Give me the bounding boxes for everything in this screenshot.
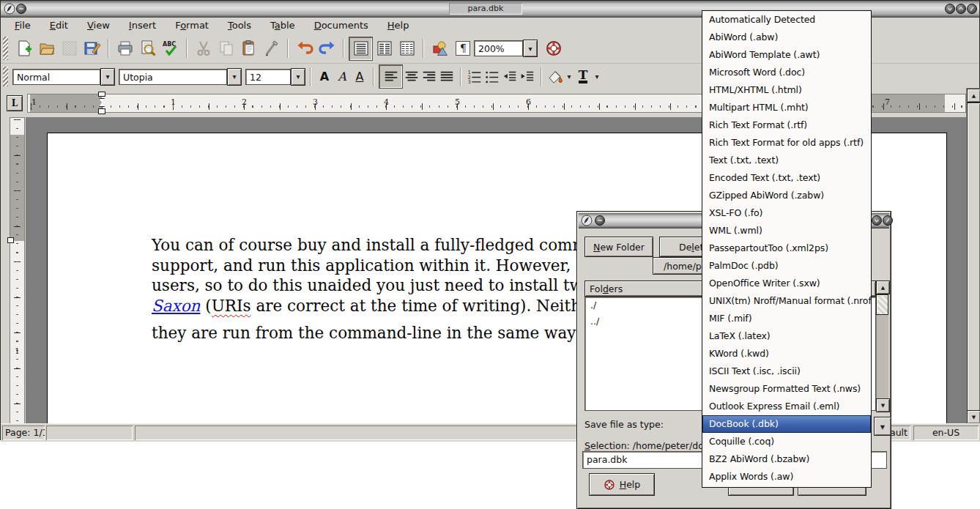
file-type-option[interactable]: Rich Text Format for old apps (.rtf) — [702, 134, 871, 152]
bullet-list-button[interactable] — [483, 67, 501, 86]
file-type-option[interactable]: Text (.txt, .text) — [702, 152, 871, 169]
file-type-option[interactable]: HTML/XHTML (.html) — [702, 81, 871, 99]
new-document-button[interactable] — [12, 37, 35, 60]
file-type-option[interactable]: Microsoft Word (.doc) — [702, 64, 871, 81]
file-type-option[interactable]: PassepartoutToo (.xml2ps) — [702, 239, 871, 257]
new-folder-button[interactable]: New Folder — [584, 237, 653, 257]
align-left-button[interactable] — [379, 64, 403, 89]
file-type-option[interactable]: Applix Words (.aw) — [702, 468, 871, 486]
toolbar-drag-handle[interactable] — [3, 67, 8, 86]
minimize-icon[interactable] — [872, 215, 882, 226]
file-type-option[interactable]: GZipped AbiWord (.zabw) — [702, 187, 871, 204]
file-type-option[interactable]: AbiWord Template (.awt) — [702, 46, 871, 64]
undo-button[interactable] — [293, 37, 316, 60]
open-button[interactable] — [35, 37, 58, 60]
italic-button[interactable]: A — [333, 67, 351, 86]
file-type-option[interactable]: Outlook Express Email (.eml) — [702, 398, 871, 415]
bold-button[interactable]: A — [316, 67, 333, 86]
minimize-icon[interactable] — [945, 4, 955, 14]
menu-format[interactable]: Format — [166, 18, 218, 33]
files-list-scrollbar[interactable]: ▲ ▼ — [876, 280, 888, 411]
highlight-button[interactable] — [546, 67, 564, 86]
hanging-indent-marker[interactable] — [98, 108, 105, 114]
menu-tools[interactable]: Tools — [218, 18, 261, 33]
menu-file[interactable]: File — [5, 18, 40, 33]
file-type-option[interactable]: Automatically Detected — [702, 11, 871, 29]
align-center-button[interactable] — [403, 67, 420, 86]
menu-insert[interactable]: Insert — [119, 18, 166, 33]
zoom-select[interactable]: 200% — [474, 40, 523, 56]
font-family-dropdown-icon[interactable]: ▾ — [227, 68, 242, 86]
align-right-button[interactable] — [420, 67, 438, 86]
save-as-button[interactable] — [81, 37, 103, 60]
file-type-option[interactable]: Coquille (.coq) — [702, 433, 871, 450]
menu-help[interactable]: Help — [378, 18, 419, 33]
scroll-down-icon[interactable]: ▼ — [876, 398, 890, 412]
tab-selector-button[interactable]: L — [7, 95, 23, 111]
file-type-option[interactable]: Newsgroup Formatted Text (.nws) — [702, 380, 871, 398]
highlight-dropdown-icon[interactable]: ▾ — [564, 68, 574, 86]
file-type-option[interactable]: BZ2 AbiWord (.bzabw) — [702, 450, 871, 468]
file-type-option[interactable]: Encoded Text (.txt, .text) — [702, 169, 871, 187]
document-vertical-scrollbar[interactable]: ▲ ▼ — [966, 88, 980, 423]
window-menu-button[interactable] — [595, 215, 605, 226]
paste-button[interactable] — [237, 37, 260, 60]
menu-documents[interactable]: Documents — [305, 18, 378, 33]
zoom-dropdown-icon[interactable]: ▾ — [523, 40, 538, 57]
toolbar-drag-handle[interactable] — [3, 37, 8, 60]
redo-button[interactable] — [316, 37, 338, 60]
file-type-option[interactable]: Multipart HTML (.mht) — [702, 99, 871, 116]
file-type-option[interactable]: PalmDoc (.pdb) — [702, 257, 871, 275]
underline-button[interactable]: A — [351, 67, 368, 86]
font-color-dropdown-icon[interactable]: ▾ — [592, 68, 602, 86]
close-icon[interactable] — [967, 4, 977, 14]
numbered-list-button[interactable]: 123 — [466, 67, 483, 86]
vertical-ruler[interactable]: 1 — [10, 117, 25, 425]
view-three-columns-button[interactable] — [396, 37, 418, 60]
first-line-indent-marker[interactable] — [98, 92, 105, 97]
file-type-option[interactable]: MIF (.mif) — [702, 310, 871, 327]
font-color-button[interactable]: T — [574, 67, 592, 86]
scroll-down-icon[interactable]: ▼ — [967, 410, 980, 424]
file-type-option[interactable]: XSL-FO (.fo) — [702, 204, 871, 222]
font-size-select[interactable]: 12 — [245, 69, 291, 85]
show-paragraphs-button[interactable]: ¶ — [451, 37, 474, 60]
help-button[interactable] — [542, 37, 565, 60]
print-button[interactable] — [114, 37, 136, 60]
paragraph-style-dropdown-icon[interactable]: ▾ — [100, 68, 115, 86]
scroll-up-icon[interactable]: ▲ — [876, 280, 890, 294]
close-icon[interactable] — [883, 215, 893, 226]
insert-graphic-button[interactable] — [428, 37, 451, 60]
view-two-columns-button[interactable] — [373, 37, 396, 60]
document-text[interactable]: You can of course buy and install a full… — [152, 235, 590, 343]
file-type-option[interactable]: Rich Text Format (.rtf) — [702, 116, 871, 134]
file-type-option[interactable]: ISCII Text (.isc, .iscii) — [702, 363, 871, 380]
top-margin-marker[interactable] — [7, 237, 14, 243]
stylus-button[interactable] — [260, 37, 283, 60]
spellcheck-button[interactable]: ABC — [159, 37, 182, 60]
print-preview-button[interactable] — [136, 37, 159, 60]
file-type-option-selected[interactable]: DocBook (.dbk) — [702, 415, 871, 433]
window-menu-button[interactable] — [16, 4, 26, 14]
menu-view[interactable]: View — [78, 18, 119, 33]
help-button[interactable]: Help — [589, 473, 655, 496]
view-normal-button[interactable] — [349, 37, 373, 61]
menu-edit[interactable]: Edit — [40, 18, 78, 33]
paragraph-style-select[interactable]: Normal — [12, 69, 100, 85]
font-size-dropdown-icon[interactable]: ▾ — [291, 68, 305, 86]
file-type-option[interactable]: OpenOffice Writer (.sxw) — [702, 275, 871, 292]
maximize-icon[interactable] — [956, 4, 966, 14]
scroll-up-icon[interactable]: ▲ — [967, 89, 980, 103]
menu-table[interactable]: Table — [261, 18, 305, 33]
decrease-indent-button[interactable] — [501, 67, 519, 86]
file-type-option[interactable]: WML (.wml) — [702, 222, 871, 239]
scrollbar-thumb[interactable] — [876, 294, 888, 315]
scrollbar-thumb[interactable] — [967, 103, 980, 425]
increase-indent-button[interactable] — [519, 67, 536, 86]
file-type-dropdown-icon[interactable]: ▾ — [874, 417, 891, 436]
file-type-option[interactable]: AbiWord (.abw) — [702, 29, 871, 46]
file-type-option[interactable]: LaTeX (.latex) — [702, 327, 871, 345]
font-family-select[interactable]: Utopia — [119, 69, 227, 85]
file-type-option[interactable]: UNIX(tm) Nroff/Manual format (.nroff) — [702, 292, 871, 310]
align-justify-button[interactable] — [438, 67, 456, 86]
